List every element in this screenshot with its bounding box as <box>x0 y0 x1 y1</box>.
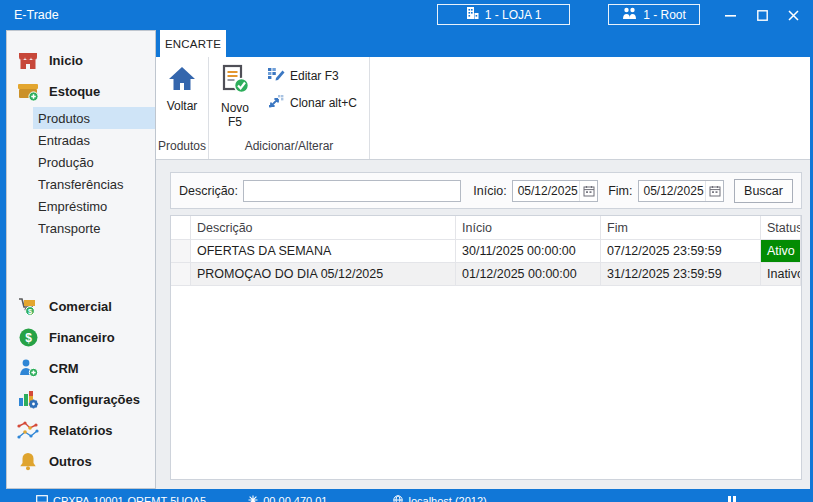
sidebar-subitem-entradas[interactable]: Entradas <box>33 129 155 151</box>
new-doc-check-icon <box>218 64 252 99</box>
monitor-icon <box>36 489 48 502</box>
ribbon-group-label: Adicionar/Alterar <box>209 136 369 159</box>
filter-panel: Descrição: Início: 05/12/2025 Fim: 05/12… <box>170 172 802 209</box>
window-title: E-Trade <box>14 8 59 22</box>
data-grid: Descrição Início Fim Status OFERTAS DA S… <box>170 215 802 480</box>
cell-fim: 31/12/2025 23:59:59 <box>601 263 761 286</box>
cell-inicio: 01/12/2025 00:00:00 <box>456 263 601 286</box>
calendar-icon[interactable] <box>579 181 597 201</box>
sidebar-subitem-emprestimo[interactable]: Empréstimo <box>33 195 155 217</box>
grid-body: OFERTAS DA SEMANA 30/11/2025 00:00:00 07… <box>171 240 801 286</box>
content-area: Descrição: Início: 05/12/2025 Fim: 05/12… <box>156 160 810 489</box>
person-plus-icon <box>16 358 40 380</box>
table-row[interactable]: OFERTAS DA SEMANA 30/11/2025 00:00:00 07… <box>171 240 801 263</box>
terminal-status: CPXPA-10001-OREMT-5UOA5 <box>36 489 206 502</box>
fim-date-input[interactable]: 05/12/2025 <box>638 180 725 202</box>
column-header-inicio[interactable]: Início <box>456 216 601 240</box>
sidebar-spacer <box>7 239 155 291</box>
novo-label: NovoF5 <box>221 101 249 129</box>
editar-label: Editar F3 <box>290 69 339 83</box>
main-area: ENCARTE Voltar Produtos <box>156 30 810 489</box>
status-badge: Inativo <box>761 263 801 286</box>
sidebar-item-financeiro[interactable]: $ Financeiro <box>7 322 155 353</box>
ribbon-group-produtos: Voltar Produtos <box>156 57 209 159</box>
user-selector-button[interactable]: 1 - Root <box>608 4 700 25</box>
sidebar-item-label: Relatórios <box>49 423 113 438</box>
cell-descricao: OFERTAS DA SEMANA <box>191 240 456 263</box>
sidebar-item-inicio[interactable]: Inicio <box>7 45 155 76</box>
ribbon-tab-row: ENCARTE <box>156 30 810 57</box>
column-header-fim[interactable]: Fim <box>601 216 761 240</box>
chart-gear-icon <box>16 389 40 411</box>
store-selector-button[interactable]: 1 - LOJA 1 <box>437 4 570 25</box>
minimize-button[interactable] <box>715 0 745 30</box>
voltar-button[interactable]: Voltar <box>158 60 206 113</box>
building-icon <box>466 6 479 23</box>
app-window: E-Trade 1 - LOJA 1 1 - Root <box>0 0 813 502</box>
sidebar-item-configuracoes[interactable]: Configurações <box>7 384 155 415</box>
sidebar-item-label: Outros <box>49 454 92 469</box>
sidebar-subitem-transferencias[interactable]: Transferências <box>33 173 155 195</box>
store-selector-label: 1 - LOJA 1 <box>485 8 542 22</box>
voltar-label: Voltar <box>167 99 198 113</box>
calendar-icon[interactable] <box>705 181 723 201</box>
store-icon <box>16 50 40 72</box>
sidebar-item-label: Configurações <box>49 392 140 407</box>
grid-indicator-header <box>171 216 191 240</box>
cell-descricao: PROMOÇAO DO DIA 05/12/2025 <box>191 263 456 286</box>
descricao-input[interactable] <box>243 180 461 202</box>
box-plus-icon <box>16 81 40 103</box>
sidebar-subitem-transporte[interactable]: Transporte <box>33 217 155 239</box>
column-header-status[interactable]: Status <box>761 216 801 240</box>
app-body: Inicio Estoque Produtos Entradas Produçã… <box>6 30 810 489</box>
user-selector-label: 1 - Root <box>643 8 686 22</box>
fim-label: Fim: <box>608 184 632 198</box>
close-button[interactable] <box>778 0 808 30</box>
status-bar: CPXPA-10001-OREMT-5UOA5 00.00.470.01 loc… <box>0 489 813 502</box>
cell-fim: 07/12/2025 23:59:59 <box>601 240 761 263</box>
sidebar-item-label: CRM <box>49 361 79 376</box>
fim-date-value: 05/12/2025 <box>639 184 706 198</box>
table-row[interactable]: PROMOÇAO DO DIA 05/12/2025 01/12/2025 00… <box>171 263 801 286</box>
globe-icon <box>393 489 403 502</box>
cart-dollar-icon: $ <box>16 296 40 318</box>
clone-arrows-icon <box>267 93 285 112</box>
sidebar-subitem-produtos[interactable]: Produtos <box>33 107 155 129</box>
clonar-button[interactable]: Clonar alt+C <box>267 93 357 112</box>
sidebar-item-relatorios[interactable]: Relatórios <box>7 415 155 446</box>
inicio-date-input[interactable]: 05/12/2025 <box>512 180 599 202</box>
inicio-date-value: 05/12/2025 <box>513 184 580 198</box>
descricao-label: Descrição: <box>179 184 238 198</box>
bell-icon <box>16 451 40 473</box>
star-icon <box>248 489 258 502</box>
sidebar-item-comercial[interactable]: $ Comercial <box>7 291 155 322</box>
buscar-button[interactable]: Buscar <box>734 179 793 203</box>
users-status-icon <box>727 489 737 502</box>
novo-button[interactable]: NovoF5 <box>211 60 259 129</box>
status-badge: Ativo <box>761 240 801 263</box>
home-icon <box>166 64 198 97</box>
grid-header-row: Descrição Início Fim Status <box>171 216 801 240</box>
tab-encarte[interactable]: ENCARTE <box>160 30 226 57</box>
ribbon-group-adicionar-alterar: NovoF5 Editar F3 <box>209 57 370 159</box>
maximize-button[interactable] <box>747 0 777 30</box>
sidebar-item-crm[interactable]: CRM <box>7 353 155 384</box>
dollar-circle-icon: $ <box>16 327 40 349</box>
sidebar: Inicio Estoque Produtos Entradas Produçã… <box>6 30 156 489</box>
editar-button[interactable]: Editar F3 <box>267 66 357 85</box>
sidebar-item-label: Comercial <box>49 299 112 314</box>
sidebar-subitem-producao[interactable]: Produção <box>33 151 155 173</box>
sidebar-item-outros[interactable]: Outros <box>7 446 155 477</box>
row-indicator <box>171 263 191 286</box>
column-header-descricao[interactable]: Descrição <box>191 216 456 240</box>
sidebar-item-label: Financeiro <box>49 330 115 345</box>
row-indicator <box>171 240 191 263</box>
scatter-icon <box>16 420 40 442</box>
sidebar-item-label: Estoque <box>49 84 100 99</box>
small-buttons-column: Editar F3 Clonar alt+C <box>259 60 367 112</box>
clonar-label: Clonar alt+C <box>290 96 357 110</box>
version-status: 00.00.470.01 <box>248 489 327 502</box>
sidebar-item-estoque[interactable]: Estoque <box>7 76 155 107</box>
edit-grid-icon <box>267 66 285 85</box>
ribbon: Voltar Produtos NovoF5 <box>156 57 810 160</box>
